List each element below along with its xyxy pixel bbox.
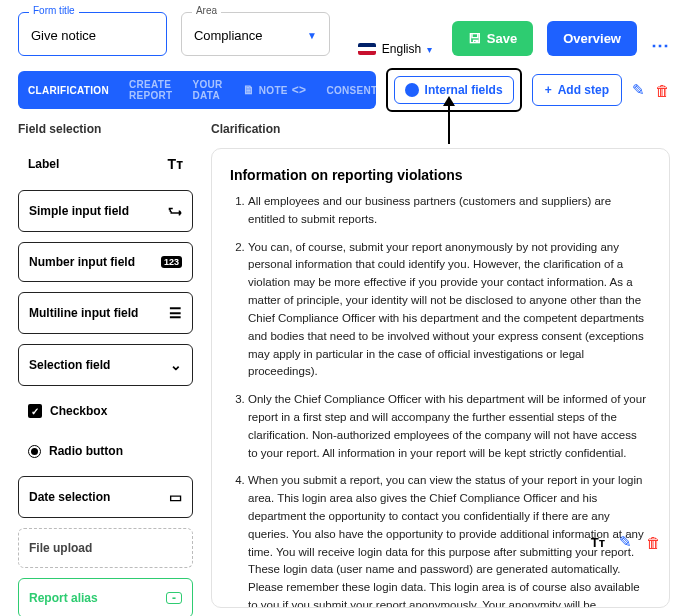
internal-fields-button[interactable]: Internal fields xyxy=(394,76,514,104)
checkbox-icon: ✓ xyxy=(28,404,42,418)
flag-uk-icon xyxy=(358,43,376,55)
form-title-field[interactable]: Form title xyxy=(18,12,167,56)
info-list: All employees and our business partners … xyxy=(230,193,651,608)
trash-icon[interactable]: 🗑 xyxy=(655,82,670,99)
calendar-icon: ▭ xyxy=(169,489,182,505)
field-type-report-alias[interactable]: Report alias- xyxy=(18,578,193,616)
area-value: Compliance xyxy=(194,28,263,43)
field-type-radio[interactable]: Radio button xyxy=(18,436,193,466)
edit-icon[interactable]: ✎ xyxy=(632,81,645,99)
text-format-icon[interactable]: Tт xyxy=(591,535,605,550)
field-type-selection[interactable]: Selection field⌄ xyxy=(18,344,193,386)
globe-icon xyxy=(405,83,419,97)
chevron-down-icon: ▼ xyxy=(307,30,317,41)
info-item: Only the Chief Compliance Officer with h… xyxy=(248,391,651,462)
area-label: Area xyxy=(192,5,221,16)
form-title-input[interactable] xyxy=(31,28,154,43)
tab-your-data[interactable]: YOUR DATA xyxy=(182,71,232,109)
info-item: You can, of course, submit your report a… xyxy=(248,239,651,382)
input-icon: ⮑ xyxy=(168,203,182,219)
edit-icon[interactable]: ✎ xyxy=(619,533,632,551)
info-item: All employees and our business partners … xyxy=(248,193,651,229)
radio-icon xyxy=(28,445,41,458)
tab-note[interactable]: 🗎NOTE<> xyxy=(233,71,317,109)
overview-button[interactable]: Overview xyxy=(547,21,637,56)
chevron-down-icon: ⌄ xyxy=(170,357,182,373)
field-type-checkbox[interactable]: ✓Checkbox xyxy=(18,396,193,426)
info-title: Information on reporting violations xyxy=(230,167,651,183)
field-type-date[interactable]: Date selection▭ xyxy=(18,476,193,518)
tab-clarification[interactable]: CLARIFICATION xyxy=(18,71,119,109)
clarification-heading: Clarification xyxy=(211,122,670,136)
more-menu-icon[interactable]: ⋯ xyxy=(651,34,670,56)
alias-icon: - xyxy=(166,592,182,604)
text-style-icon: Tт xyxy=(168,156,183,172)
language-selector[interactable]: English ▾ xyxy=(358,42,438,56)
save-button[interactable]: 🖫 Save xyxy=(452,21,533,56)
note-icon: 🗎 xyxy=(243,83,255,97)
add-step-button[interactable]: + Add step xyxy=(532,74,622,106)
field-type-multiline-input[interactable]: Multiline input field☰ xyxy=(18,292,193,334)
area-field[interactable]: Area Compliance ▼ xyxy=(181,12,330,56)
number-icon: 123 xyxy=(161,256,182,268)
language-name: English xyxy=(382,42,421,56)
plus-icon: + xyxy=(545,83,552,97)
steps-tabs: CLARIFICATION CREATE REPORT YOUR DATA 🗎N… xyxy=(18,71,376,109)
field-selection-heading: Field selection xyxy=(18,122,193,136)
form-title-label: Form title xyxy=(29,5,79,16)
code-icon: <> xyxy=(292,83,307,97)
clarification-panel: Information on reporting violations All … xyxy=(211,148,670,608)
chevron-down-icon: ▾ xyxy=(427,44,432,55)
field-type-label[interactable]: LabelTт xyxy=(18,148,193,180)
field-type-number-input[interactable]: Number input field123 xyxy=(18,242,193,282)
field-type-file-upload[interactable]: File upload xyxy=(18,528,193,568)
trash-icon[interactable]: 🗑 xyxy=(646,534,661,551)
save-icon: 🖫 xyxy=(468,31,481,46)
tab-create-report[interactable]: CREATE REPORT xyxy=(119,71,182,109)
field-type-simple-input[interactable]: Simple input field⮑ xyxy=(18,190,193,232)
multiline-icon: ☰ xyxy=(169,305,182,321)
tab-consent[interactable]: CONSENT xyxy=(316,71,375,109)
